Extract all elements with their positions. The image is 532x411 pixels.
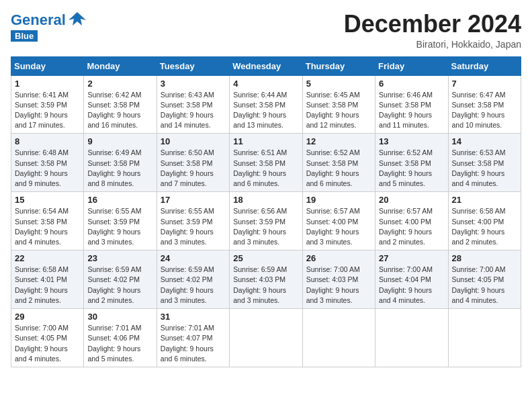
day-number: 22 bbox=[15, 253, 80, 263]
calendar-header-monday: Monday bbox=[84, 56, 157, 75]
day-info: Sunrise: 7:01 AM Sunset: 4:07 PM Dayligh… bbox=[161, 323, 226, 364]
calendar-cell: 20 Sunrise: 6:57 AM Sunset: 4:00 PM Dayl… bbox=[375, 192, 448, 250]
logo-blue: Blue bbox=[11, 30, 38, 42]
day-number: 16 bbox=[87, 195, 152, 205]
calendar-cell: 7 Sunrise: 6:47 AM Sunset: 3:58 PM Dayli… bbox=[448, 75, 521, 134]
calendar-cell: 13 Sunrise: 6:52 AM Sunset: 3:58 PM Dayl… bbox=[375, 134, 448, 192]
day-number: 29 bbox=[15, 312, 80, 322]
day-info: Sunrise: 6:59 AM Sunset: 4:03 PM Dayligh… bbox=[233, 265, 298, 306]
calendar-body: 1 Sunrise: 6:41 AM Sunset: 3:59 PM Dayli… bbox=[11, 75, 521, 367]
day-info: Sunrise: 6:48 AM Sunset: 3:58 PM Dayligh… bbox=[15, 148, 80, 189]
calendar-cell bbox=[448, 309, 521, 367]
calendar-cell: 30 Sunrise: 7:01 AM Sunset: 4:06 PM Dayl… bbox=[84, 309, 157, 367]
calendar-header-wednesday: Wednesday bbox=[230, 56, 302, 75]
day-number: 5 bbox=[306, 79, 371, 89]
calendar-cell: 18 Sunrise: 6:56 AM Sunset: 3:59 PM Dayl… bbox=[230, 192, 302, 250]
day-number: 12 bbox=[306, 136, 371, 146]
calendar-cell: 6 Sunrise: 6:46 AM Sunset: 3:58 PM Dayli… bbox=[375, 75, 448, 134]
calendar-cell: 15 Sunrise: 6:54 AM Sunset: 3:58 PM Dayl… bbox=[11, 192, 84, 250]
calendar-cell: 10 Sunrise: 6:50 AM Sunset: 3:58 PM Dayl… bbox=[157, 134, 229, 192]
calendar-cell bbox=[230, 309, 302, 367]
calendar-cell: 31 Sunrise: 7:01 AM Sunset: 4:07 PM Dayl… bbox=[157, 309, 229, 367]
calendar-header-tuesday: Tuesday bbox=[157, 56, 229, 75]
day-info: Sunrise: 6:45 AM Sunset: 3:58 PM Dayligh… bbox=[306, 90, 371, 131]
calendar-cell: 14 Sunrise: 6:53 AM Sunset: 3:58 PM Dayl… bbox=[448, 134, 521, 192]
calendar-cell: 5 Sunrise: 6:45 AM Sunset: 3:58 PM Dayli… bbox=[302, 75, 375, 134]
calendar-cell: 28 Sunrise: 7:00 AM Sunset: 4:05 PM Dayl… bbox=[448, 250, 521, 309]
calendar-cell bbox=[302, 309, 375, 367]
calendar-cell: 23 Sunrise: 6:59 AM Sunset: 4:02 PM Dayl… bbox=[84, 250, 157, 309]
day-info: Sunrise: 6:51 AM Sunset: 3:58 PM Dayligh… bbox=[233, 148, 298, 189]
day-info: Sunrise: 6:52 AM Sunset: 3:58 PM Dayligh… bbox=[306, 148, 371, 189]
day-info: Sunrise: 6:49 AM Sunset: 3:58 PM Dayligh… bbox=[87, 148, 152, 189]
day-number: 23 bbox=[87, 253, 152, 263]
day-number: 8 bbox=[15, 136, 80, 146]
calendar-week-2: 8 Sunrise: 6:48 AM Sunset: 3:58 PM Dayli… bbox=[11, 134, 521, 192]
calendar-cell: 19 Sunrise: 6:57 AM Sunset: 4:00 PM Dayl… bbox=[302, 192, 375, 250]
day-number: 1 bbox=[15, 79, 80, 89]
day-info: Sunrise: 6:53 AM Sunset: 3:58 PM Dayligh… bbox=[452, 148, 517, 189]
logo-bird-icon bbox=[67, 11, 87, 30]
day-number: 30 bbox=[87, 312, 152, 322]
day-info: Sunrise: 6:52 AM Sunset: 3:58 PM Dayligh… bbox=[379, 148, 444, 189]
day-info: Sunrise: 6:58 AM Sunset: 4:00 PM Dayligh… bbox=[452, 206, 517, 247]
day-number: 9 bbox=[87, 136, 152, 146]
day-info: Sunrise: 6:55 AM Sunset: 3:59 PM Dayligh… bbox=[87, 206, 152, 247]
day-number: 7 bbox=[452, 79, 517, 89]
page-header: General Blue December 2024 Biratori, Hok… bbox=[11, 11, 521, 50]
day-info: Sunrise: 6:57 AM Sunset: 4:00 PM Dayligh… bbox=[379, 206, 444, 247]
day-info: Sunrise: 6:56 AM Sunset: 3:59 PM Dayligh… bbox=[233, 206, 298, 247]
day-number: 4 bbox=[233, 79, 298, 89]
calendar-cell: 22 Sunrise: 6:58 AM Sunset: 4:01 PM Dayl… bbox=[11, 250, 84, 309]
day-info: Sunrise: 7:01 AM Sunset: 4:06 PM Dayligh… bbox=[87, 323, 152, 364]
calendar-cell: 2 Sunrise: 6:42 AM Sunset: 3:58 PM Dayli… bbox=[84, 75, 157, 134]
calendar-cell: 21 Sunrise: 6:58 AM Sunset: 4:00 PM Dayl… bbox=[448, 192, 521, 250]
day-number: 19 bbox=[306, 195, 371, 205]
calendar-cell: 11 Sunrise: 6:51 AM Sunset: 3:58 PM Dayl… bbox=[230, 134, 302, 192]
calendar-cell: 9 Sunrise: 6:49 AM Sunset: 3:58 PM Dayli… bbox=[84, 134, 157, 192]
day-info: Sunrise: 6:44 AM Sunset: 3:58 PM Dayligh… bbox=[233, 90, 298, 131]
day-number: 14 bbox=[452, 136, 517, 146]
calendar-header-friday: Friday bbox=[375, 56, 448, 75]
day-info: Sunrise: 6:54 AM Sunset: 3:58 PM Dayligh… bbox=[15, 206, 80, 247]
day-info: Sunrise: 6:47 AM Sunset: 3:58 PM Dayligh… bbox=[452, 90, 517, 131]
location: Biratori, Hokkaido, Japan bbox=[344, 39, 521, 50]
day-info: Sunrise: 6:42 AM Sunset: 3:58 PM Dayligh… bbox=[87, 90, 152, 131]
day-number: 2 bbox=[87, 79, 152, 89]
calendar-cell: 1 Sunrise: 6:41 AM Sunset: 3:59 PM Dayli… bbox=[11, 75, 84, 134]
day-number: 31 bbox=[161, 312, 226, 322]
day-number: 24 bbox=[161, 253, 226, 263]
calendar-cell bbox=[375, 309, 448, 367]
day-info: Sunrise: 6:59 AM Sunset: 4:02 PM Dayligh… bbox=[161, 265, 226, 306]
day-info: Sunrise: 6:50 AM Sunset: 3:58 PM Dayligh… bbox=[161, 148, 226, 189]
calendar-cell: 27 Sunrise: 7:00 AM Sunset: 4:04 PM Dayl… bbox=[375, 250, 448, 309]
calendar-cell: 3 Sunrise: 6:43 AM Sunset: 3:58 PM Dayli… bbox=[157, 75, 229, 134]
day-info: Sunrise: 7:00 AM Sunset: 4:05 PM Dayligh… bbox=[452, 265, 517, 306]
day-number: 17 bbox=[161, 195, 226, 205]
day-info: Sunrise: 7:00 AM Sunset: 4:05 PM Dayligh… bbox=[15, 323, 80, 364]
day-info: Sunrise: 7:00 AM Sunset: 4:03 PM Dayligh… bbox=[306, 265, 371, 306]
calendar-header-sunday: Sunday bbox=[11, 56, 84, 75]
day-number: 15 bbox=[15, 195, 80, 205]
calendar-week-5: 29 Sunrise: 7:00 AM Sunset: 4:05 PM Dayl… bbox=[11, 309, 521, 367]
calendar-cell: 12 Sunrise: 6:52 AM Sunset: 3:58 PM Dayl… bbox=[302, 134, 375, 192]
calendar-cell: 25 Sunrise: 6:59 AM Sunset: 4:03 PM Dayl… bbox=[230, 250, 302, 309]
day-number: 6 bbox=[379, 79, 444, 89]
calendar-cell: 16 Sunrise: 6:55 AM Sunset: 3:59 PM Dayl… bbox=[84, 192, 157, 250]
calendar-week-1: 1 Sunrise: 6:41 AM Sunset: 3:59 PM Dayli… bbox=[11, 75, 521, 134]
day-number: 10 bbox=[161, 136, 226, 146]
day-number: 28 bbox=[452, 253, 517, 263]
title-block: December 2024 Biratori, Hokkaido, Japan bbox=[344, 11, 521, 50]
day-info: Sunrise: 6:59 AM Sunset: 4:02 PM Dayligh… bbox=[87, 265, 152, 306]
calendar-cell: 4 Sunrise: 6:44 AM Sunset: 3:58 PM Dayli… bbox=[230, 75, 302, 134]
month-title: December 2024 bbox=[344, 11, 521, 38]
calendar-header-thursday: Thursday bbox=[302, 56, 375, 75]
day-info: Sunrise: 6:43 AM Sunset: 3:58 PM Dayligh… bbox=[161, 90, 226, 131]
day-number: 25 bbox=[233, 253, 298, 263]
calendar-cell: 17 Sunrise: 6:55 AM Sunset: 3:59 PM Dayl… bbox=[157, 192, 229, 250]
calendar-header-row: SundayMondayTuesdayWednesdayThursdayFrid… bbox=[11, 56, 521, 75]
day-number: 20 bbox=[379, 195, 444, 205]
calendar-cell: 8 Sunrise: 6:48 AM Sunset: 3:58 PM Dayli… bbox=[11, 134, 84, 192]
day-number: 11 bbox=[233, 136, 298, 146]
svg-marker-0 bbox=[69, 12, 86, 26]
